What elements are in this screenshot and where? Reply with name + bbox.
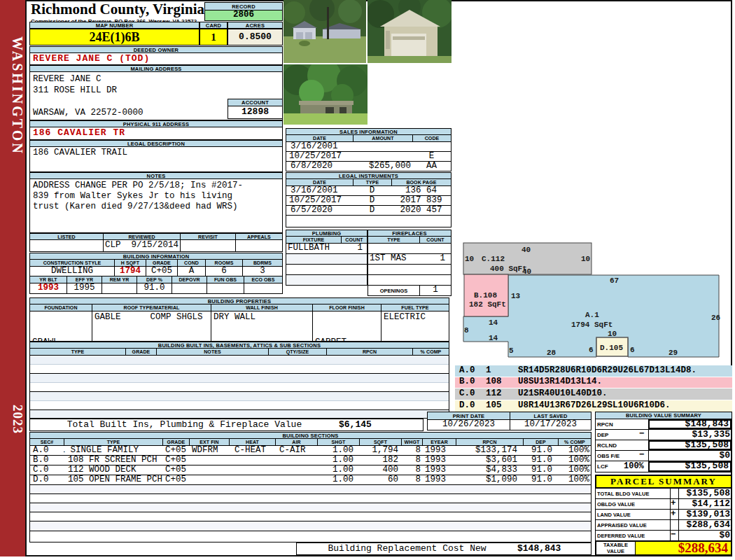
vs-pct: 100% [624,461,648,472]
code-string: U8SU13R14D13L14. [518,377,602,387]
building-info-value-row-2: 1993 1995 91.0 [29,284,283,294]
bs-comp: 100% [558,446,591,455]
year-label: 2023 [0,405,25,434]
bs-eyear: 1993 [422,475,456,484]
parcel-summary-label: PARCEL SUMMARY [595,475,732,489]
plumbing-label: PLUMBING [286,230,368,237]
last-saved-value: 10/17/2023 [510,420,591,430]
district-sidebar: WASHINGTON 2023 [0,0,25,556]
building-properties-label: BUILDING PROPERTIES [29,298,449,304]
openings-label: OPENINGS [368,286,419,295]
wall-finish-value: DRY WALL [211,312,312,341]
parcel-summary-row: DEFERRED VALUE − $0 [595,531,732,541]
bs-shgt: 1.00 [317,456,359,465]
fixture-label: FIXTURE [286,237,341,243]
heat-label: HEAT [229,439,275,445]
bs-rpcn: $1,090 [456,475,523,484]
dim-label: 14 [489,334,498,342]
building-info-header-row-2: YR BLT EFF YR REM YR DEP % DEPOVR FUN OB… [29,276,283,284]
instruments-header-row: DATE TYPE BOOK PAGE [286,179,451,186]
bs-sec: B.0 [30,456,64,465]
legal-description-label: LEGAL DESCRIPTION [29,140,283,147]
fireplace-row-empty [368,275,451,286]
bs-grade: C+05 [162,456,189,465]
value-summary-row: RPCN $148,843 [595,419,732,430]
vs-label: LCF [596,461,624,472]
vs-label: OBS F/E [596,451,639,461]
instrument-row: 6/5/2020 D 2020 457 [286,206,451,216]
card-value: 1 [200,29,227,46]
code-string: U21SR40U10L40D10. [518,389,608,399]
bs-dep: 91.0 [523,446,558,455]
grade-label: GRADE [146,260,177,266]
parcel-summary-row: TOTAL BLDG VALUE $135,508 [595,489,732,499]
vs-value: $135,508 [648,440,732,450]
property-photo-2 [368,0,451,63]
agency-header: Richmond County, Virginia Commissioner o… [31,1,204,24]
sqft-label: SQFT [359,439,401,445]
cond-label: COND [177,260,205,266]
dim-label: 67 [610,276,619,285]
notes-label: NOTES [29,172,283,179]
print-date-value: 10/26/2023 [428,420,510,430]
bs-rpcn: $3,601 [456,456,523,465]
remyr-value [102,284,136,293]
ps-value: $14,112 [678,499,732,509]
review-header-row: LISTED REVIEWED REVISIT APPEALS [29,233,283,240]
roof-type-value: GABLE [92,312,121,323]
type-label: TYPE [64,439,162,445]
ps-value: $135,508 [678,489,732,498]
bs-sqft: 60 [359,475,401,484]
grade-value: C+05 [146,267,177,276]
appeals-value [235,240,282,251]
print-info-value-row: 10/26/2023 10/17/2023 [427,420,592,430]
yrblt-label: YR BLT [30,276,66,283]
bs-shgt: 1.00 [317,465,359,475]
ps-op: − [670,531,678,540]
instrument-date: 6/5/2020 [286,206,353,215]
bs-comp: 100% [558,475,591,484]
dim-label: 28 [547,349,556,357]
sketch-area-b-id: B.108 [474,291,497,300]
building-value-summary: RPCN $148,843 DEP − $13,335 RCLND $135,5… [595,419,732,472]
code-sec: C.0 [455,389,486,399]
dim-label: 8 [464,326,469,335]
print-date-label: PRINT DATE [428,412,510,419]
ps-op: + [670,499,678,509]
vs-label: DEP [596,430,639,440]
vs-op: − [639,430,648,440]
sketch-code-row: B.0 108 U8SU13R14D13L14. [455,377,732,389]
sketch-area-a-sqft: 1794 SqFt [571,321,612,329]
dim-label: 40 [522,246,531,254]
wall-finish-text: DRY WALL [211,312,255,323]
instrument-type: D [353,196,391,205]
parcel-summary: PARCEL SUMMARY TOTAL BLDG VALUE $135,508… [595,475,732,556]
district-label: WASHINGTON [0,36,25,155]
building-sections-label: BUILDING SECTIONS [29,432,592,439]
bs-shgt: 1.00 [317,475,359,484]
code-num: 108 [486,377,518,387]
instrument-bookpage: 136 64 [391,186,451,195]
taxable-label-line2: VALUE [607,548,624,554]
code-sec: B.0 [455,377,486,387]
value-summary-row: DEP − $13,335 [595,430,732,440]
total-built-ins-label: Total Built Ins, Plumbing & Fireplace Va… [30,420,339,430]
bs-grade: C+05 [162,465,189,475]
bdrms-label: BDRMS [242,260,282,266]
ps-value: $139,013 [678,510,732,519]
construction-style-value: DWELLING [30,267,114,276]
dim-label: 6 [630,346,635,354]
code-string: U8R14U13R67D26L29SL10U6R10D6. [518,401,671,411]
building-section-row: B.0 108 FR SCREEN PCH C+05 1.00 182 8 19… [29,456,592,465]
appeals-label: APPEALS [235,234,282,239]
comp-label: % COMP [558,439,591,445]
bs-sqft: 400 [359,465,401,475]
vs-value: $0 [648,451,732,461]
instrument-bookpage-label: BOOK PAGE [391,179,451,186]
dim-label: 10 [608,330,617,338]
bs-whgt: 8 [401,465,422,475]
construction-style-label: CONSTRUCTION STYLE [30,260,114,266]
rooms-label: ROOMS [205,260,242,266]
mailing-line-1: REVERE JANE C [30,72,282,85]
cond-value: A [177,267,205,276]
